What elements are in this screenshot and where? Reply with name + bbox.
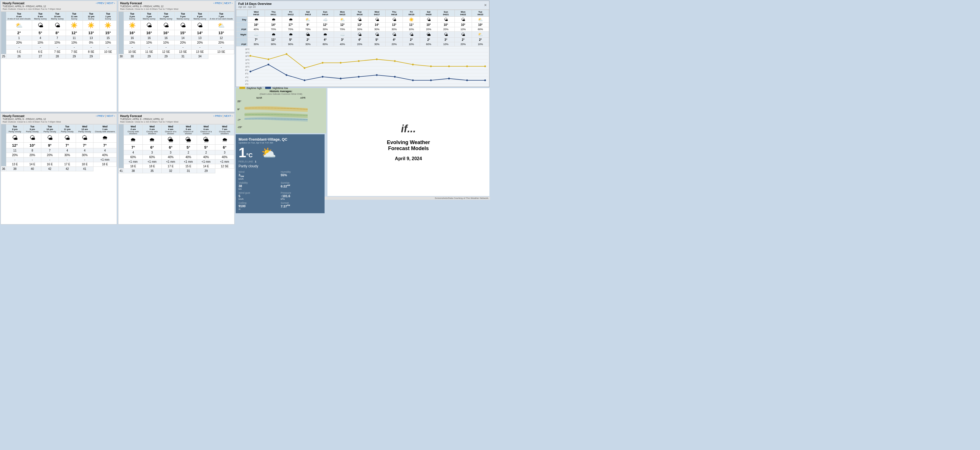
prev-btn-tr[interactable]: ‹ PREV (213, 2, 222, 5)
icon-cell-0: ⛅ (6, 21, 32, 30)
day-pop-5: 70% (334, 27, 351, 32)
wind-cell-3: 7 SE (66, 49, 83, 54)
nav-bl[interactable]: ‹ PREV | NEXT › (96, 115, 115, 117)
nav-br[interactable]: ‹ PREV | NEXT › (213, 115, 232, 117)
gust-cell-5: 41 (76, 166, 94, 171)
feels-cell-3: 2 (180, 150, 197, 155)
night-dot-8 (394, 76, 396, 78)
next-btn-tr[interactable]: NEXT › (224, 2, 232, 5)
prev-btn-br[interactable]: ‹ PREV (213, 115, 222, 117)
night-dot-9 (412, 80, 414, 81)
wind-cell-4: 8 SE (83, 49, 100, 54)
col-header-5: Tue 7 pm A mix of sun and clouds (208, 12, 234, 21)
wind-cell-2: 17 E (161, 164, 180, 168)
night-dot-2 (286, 74, 287, 76)
rain-cell-4: - (191, 45, 208, 49)
wind-cell-0: 5 E (6, 49, 32, 54)
evolving-panel: if... Evolving Weather Forecast Models A… (328, 88, 489, 196)
widget-desc: Partly cloudy (239, 164, 258, 168)
night-dot-13 (484, 80, 486, 81)
night-temp-4: 4° (317, 38, 334, 42)
overview-th-label (236, 10, 248, 17)
pop-cell-0: 10% (124, 40, 141, 45)
feels-cell-5: 12 (208, 36, 234, 40)
nav-tr[interactable]: ‹ PREV | NEXT › (213, 2, 232, 5)
temperature-chart: 20°C 18°C 16°C 14°C 12°C 10°C 8°C 6°C 4°… (237, 48, 488, 86)
next-btn-bl[interactable]: NEXT › (107, 115, 115, 117)
overview-th-6: Tue 04/16 (351, 10, 368, 17)
svg-text:12°C: 12°C (245, 62, 250, 64)
next-btn-br[interactable]: NEXT › (224, 115, 232, 117)
pressure-detail: Pressure ↑101.6 kPa (281, 191, 322, 200)
day-pop-10: 20% (420, 27, 437, 32)
night-icon-4: 🌧 (317, 32, 334, 38)
hourly-subtitle-bl: TUESDAY, APRIL 9 - FRIDAY, APRIL 12 (3, 118, 61, 121)
day-dot-1 (267, 59, 269, 60)
icon-cell-4: ☀️ (83, 21, 100, 30)
gust-cell-3: 42 (41, 166, 59, 171)
night-dot-10 (430, 80, 432, 81)
feels-cell-4: 13 (191, 36, 208, 40)
temp-cell-5: 15° (100, 30, 116, 36)
rain-cell-2: - (49, 45, 66, 49)
row-header-spacer (119, 124, 124, 168)
icon-cell-2: 🌤 (41, 133, 59, 142)
temp-cell-4: 5° (197, 144, 215, 150)
prev-btn-bl[interactable]: ‹ PREV (96, 115, 104, 117)
ceiling-detail: Ceiling 9100 m (239, 201, 280, 211)
pop-cell-5: 40% (94, 153, 117, 157)
rain-cell-0: <1 mm (124, 159, 143, 164)
svg-text:20°C: 20°C (245, 48, 250, 50)
gust-cell-2: 27 (32, 54, 49, 59)
prev-btn-tl[interactable]: ‹ PREV (96, 2, 104, 5)
hourly-panel-top-left: Hourly Forecast TUESDAY, APRIL 9 - FRIDA… (1, 1, 117, 112)
overview-panel: Full 14 Days Overview Apr 10 - Apr 23 ✕ … (236, 1, 489, 87)
col-header-2: Tue 10 pm Partly cloudy (41, 124, 59, 133)
gust-cell-2: 40 (24, 166, 41, 171)
next-btn-tl[interactable]: NEXT › (107, 2, 115, 5)
nav-tl[interactable]: ‹ PREV | NEXT › (96, 2, 115, 5)
feels-cell-1: 3 (143, 150, 161, 155)
rain-cell-1: <1 mm (143, 159, 161, 164)
evolving-title: Evolving Weather Forecast Models (387, 139, 430, 152)
day-dot-6 (358, 60, 360, 62)
night-temp-12: 2° (455, 38, 472, 42)
overview-th-5: Mon 04/15 (334, 10, 351, 17)
hourly-subtitle-br: TUESDAY, APRIL 9 - FRIDAY, APRIL 12 (120, 118, 178, 121)
forecast-table-bl: Tue 8 pm Partly cloudy Tue 9 pm Partly c… (1, 124, 117, 171)
col-header-4: Wed 12 am Partly cloudy (76, 124, 94, 133)
col-header-0: Tue 8 pm Partly cloudy (6, 124, 24, 133)
feels-cell-4: 2 (197, 150, 215, 155)
legend-night: Nighttime low (265, 87, 288, 89)
day-temp-3: 9° (299, 23, 317, 27)
icon-cell-2: 🌦 (161, 135, 180, 144)
day-pop-9: 10% (403, 27, 420, 32)
night-icon-8: 🌤 (386, 32, 403, 38)
night-icon-1: 🌧 (265, 32, 282, 38)
col-header-1: Tue 9 am Mainly sunny (32, 12, 49, 21)
gust-cell-1: 26 (6, 54, 32, 59)
temp-cell-4: 7° (76, 142, 94, 148)
overview-th-3: Sat 04/13 (299, 10, 317, 17)
weather-widget: Mont-Tremblant-Village, QC Updated on Tu… (236, 134, 325, 213)
feels-cell-2: 3 (161, 150, 180, 155)
rain-cell-2: <1 mm (161, 159, 180, 164)
svg-text:14°C: 14°C (245, 59, 250, 61)
wind-cell-3: 13 SE (175, 49, 191, 54)
wind-cell-5: 12 SE (215, 164, 234, 168)
day-pop-7: 30% (368, 27, 385, 32)
feels-cell-2: 7 (41, 148, 59, 153)
day-temp-1: 14° (265, 23, 282, 27)
icon-cell-5: 🌧 (94, 133, 117, 142)
visibility-detail: Visibility 38 km (239, 181, 280, 190)
feels-cell-0: 1 (6, 36, 32, 40)
hourly-header-bl: Hourly Forecast TUESDAY, APRIL 9 - FRIDA… (1, 114, 117, 124)
day-icon-1: 🌧 (265, 17, 282, 23)
rain-cell-5: - (100, 45, 116, 49)
col-header-2: Tue 4 pm Mainly sunny (158, 12, 175, 21)
hourly-header-tl: Hourly Forecast TUESDAY, APRIL 9 - FRIDA… (1, 1, 117, 11)
feels-cell-0: 11 (6, 148, 24, 153)
gust-cell-0: 36 (1, 166, 6, 171)
overview-th-4: Sun 04/14 (317, 10, 334, 17)
close-button[interactable]: ✕ (484, 3, 487, 7)
